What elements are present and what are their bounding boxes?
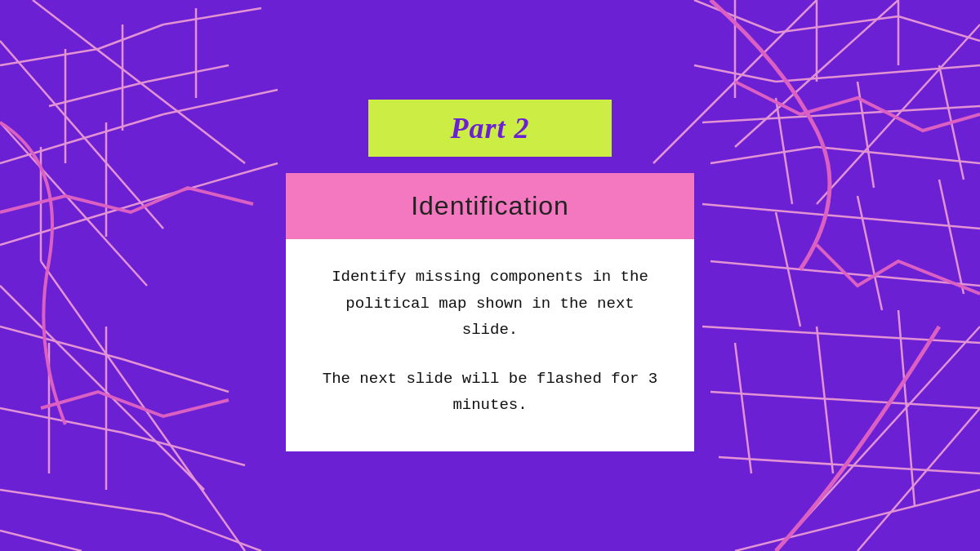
svg-line-32: [898, 16, 980, 41]
svg-line-2: [163, 8, 261, 24]
svg-line-28: [0, 286, 204, 490]
svg-line-31: [776, 16, 898, 33]
svg-line-42: [858, 82, 874, 188]
card-header-title: Identification: [411, 191, 569, 220]
card: Identification Identify missing componen…: [286, 173, 694, 451]
part-badge-text: Part 2: [450, 112, 529, 144]
svg-line-36: [694, 65, 776, 82]
svg-line-17: [33, 0, 245, 163]
svg-line-6: [82, 114, 163, 139]
svg-line-12: [82, 196, 163, 220]
svg-line-53: [710, 392, 980, 408]
svg-line-51: [939, 180, 964, 294]
svg-line-57: [898, 310, 915, 506]
svg-line-37: [776, 65, 980, 82]
card-header: Identification: [286, 173, 694, 239]
svg-line-45: [735, 0, 898, 147]
svg-line-56: [817, 327, 833, 473]
svg-line-13: [163, 163, 278, 196]
card-body-paragraph1: Identify missing components in the polit…: [318, 264, 662, 343]
card-body: Identify missing components in the polit…: [286, 239, 694, 451]
svg-line-52: [702, 327, 980, 343]
svg-line-3: [49, 82, 147, 106]
content-wrapper: Part 2 Identification Identify missing c…: [286, 100, 694, 451]
svg-line-18: [0, 122, 147, 286]
svg-line-25: [0, 490, 163, 514]
svg-line-47: [702, 204, 980, 229]
part-badge: Part 2: [368, 100, 611, 157]
svg-line-43: [939, 65, 964, 180]
svg-line-54: [719, 457, 980, 473]
svg-line-5: [0, 139, 82, 163]
svg-line-29: [41, 261, 245, 551]
slide-background: Part 2 Identification Identify missing c…: [0, 0, 980, 551]
svg-line-50: [858, 196, 882, 310]
svg-line-11: [0, 220, 82, 245]
svg-line-40: [817, 147, 980, 163]
svg-line-39: [710, 147, 817, 163]
svg-line-22: [122, 433, 245, 465]
svg-line-30: [694, 0, 776, 33]
svg-line-20: [122, 359, 229, 392]
svg-line-48: [710, 261, 980, 286]
svg-line-19: [0, 327, 122, 359]
svg-line-21: [0, 408, 122, 433]
svg-line-41: [776, 98, 792, 204]
svg-line-49: [776, 212, 800, 327]
svg-line-55: [735, 343, 751, 473]
svg-line-7: [163, 90, 278, 114]
svg-line-16: [0, 41, 163, 229]
svg-line-60: [858, 408, 980, 551]
card-body-paragraph2: The next slide will be flashed for 3 min…: [318, 366, 662, 419]
svg-line-38: [702, 106, 980, 122]
svg-line-58: [735, 490, 980, 551]
svg-line-27: [0, 531, 82, 551]
svg-line-59: [776, 327, 980, 551]
svg-line-0: [0, 49, 98, 65]
svg-line-4: [147, 65, 229, 82]
svg-line-46: [817, 24, 980, 204]
svg-line-1: [98, 24, 163, 49]
svg-line-26: [163, 514, 261, 551]
